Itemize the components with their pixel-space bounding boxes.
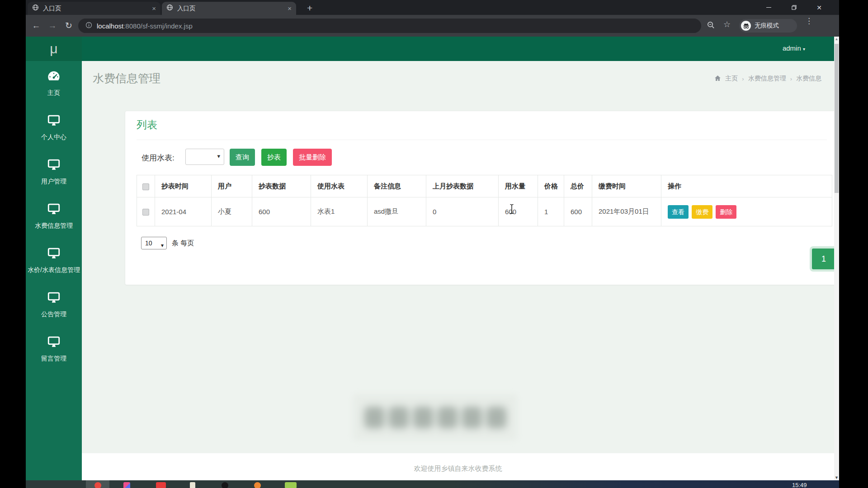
new-tab-button[interactable]: + bbox=[307, 3, 312, 14]
cell-price: 1 bbox=[538, 197, 564, 226]
footer-text: 欢迎使用乡镇自来水收费系统 bbox=[82, 453, 834, 473]
forward-button[interactable]: → bbox=[46, 19, 59, 32]
browser-tab-2-active[interactable]: 入口页 × bbox=[162, 2, 296, 15]
zoom-magnifier-icon[interactable] bbox=[707, 21, 715, 31]
cell-actions: 查看 缴费 删除 bbox=[661, 197, 832, 226]
taskbar-app-icon[interactable] bbox=[190, 482, 195, 488]
column-header: 抄表时间 bbox=[155, 175, 212, 197]
sidebar-item-label: 水费信息管理 bbox=[35, 222, 73, 229]
cell-read-time: 2021-04 bbox=[155, 197, 212, 226]
url-path: :8080/sf-ssmj/index.jsp bbox=[123, 22, 193, 30]
sidebar: μ 主页 个人中心 用户管理 水费信息管理 bbox=[26, 37, 82, 480]
sidebar-item-label: 水价/水表信息管理 bbox=[28, 266, 80, 273]
globe-favicon-icon bbox=[32, 4, 39, 13]
scrollbar-thumb[interactable] bbox=[835, 44, 839, 193]
row-checkbox[interactable] bbox=[142, 209, 149, 216]
water-fee-table: 抄表时间 用户 抄表数据 使用水表 备注信息 上月抄表数据 用水量 价格 总价 … bbox=[137, 175, 832, 226]
sidebar-item-water-price[interactable]: 水价/水表信息管理 bbox=[26, 238, 82, 282]
column-header: 操作 bbox=[661, 175, 832, 197]
app-logo: μ bbox=[26, 37, 82, 61]
page-size-suffix: 条 每页 bbox=[172, 239, 194, 248]
back-button[interactable]: ← bbox=[29, 19, 43, 32]
pay-button[interactable]: 缴费 bbox=[692, 205, 712, 219]
sidebar-item-home[interactable]: 主页 bbox=[26, 61, 82, 105]
page-info-icon[interactable] bbox=[85, 22, 92, 30]
taskbar-app-icon[interactable] bbox=[156, 482, 166, 488]
sidebar-item-label: 用户管理 bbox=[41, 178, 66, 185]
page-footer: 欢迎使用乡镇自来水收费系统 bbox=[82, 453, 834, 480]
vertical-scrollbar[interactable]: ▲ ▼ bbox=[834, 37, 839, 480]
breadcrumb-section[interactable]: 水费信息管理 bbox=[748, 75, 786, 83]
tab-title: 入口页 bbox=[43, 5, 148, 13]
taskbar-app-icon[interactable] bbox=[123, 482, 130, 488]
pagination-page-1[interactable]: 1 bbox=[812, 249, 835, 269]
taskbar-app-icon[interactable] bbox=[254, 482, 261, 488]
cell-user: 小夏 bbox=[212, 197, 252, 226]
os-taskbar: 15:49 bbox=[0, 480, 868, 488]
sidebar-item-users[interactable]: 用户管理 bbox=[26, 149, 82, 193]
sidebar-item-messages[interactable]: 留言管理 bbox=[26, 326, 82, 371]
scroll-down-icon[interactable]: ▼ bbox=[834, 475, 839, 480]
chevron-down-icon: ▾ bbox=[217, 153, 220, 160]
divider bbox=[137, 140, 827, 140]
sidebar-item-label: 公告管理 bbox=[41, 310, 66, 318]
taskbar-app-icon[interactable] bbox=[285, 482, 297, 488]
dashboard-icon bbox=[28, 70, 80, 85]
column-header: 上月抄表数据 bbox=[426, 175, 499, 197]
cell-pay-time: 2021年03月01日 bbox=[592, 197, 661, 226]
tab-close-icon[interactable]: × bbox=[152, 5, 156, 12]
taskbar-app-icon[interactable] bbox=[94, 482, 101, 488]
address-bar[interactable]: localhost:8080/sf-ssmj/index.jsp bbox=[78, 19, 701, 33]
page-title: 水费信息管理 bbox=[93, 71, 160, 86]
monitor-icon bbox=[28, 114, 80, 129]
view-button[interactable]: 查看 bbox=[668, 205, 689, 219]
cell-last-reading: 0 bbox=[426, 197, 499, 226]
monitor-icon bbox=[28, 335, 80, 351]
select-all-checkbox[interactable] bbox=[142, 183, 149, 190]
app-topbar: admin ▾ bbox=[26, 37, 834, 61]
sidebar-item-announcements[interactable]: 公告管理 bbox=[26, 282, 82, 326]
cell-meter: 水表1 bbox=[311, 197, 368, 226]
breadcrumb-separator: › bbox=[790, 75, 792, 82]
reload-button[interactable]: ↻ bbox=[62, 19, 75, 32]
incognito-label: 无痕模式 bbox=[755, 22, 779, 30]
screen-frame-right bbox=[839, 0, 868, 488]
window-close-button[interactable]: ✕ bbox=[809, 0, 830, 15]
batch-delete-button[interactable]: 批量删除 bbox=[293, 149, 332, 166]
breadcrumb-current: 水费信息 bbox=[796, 75, 821, 83]
list-panel: 列表 使用水表: ▾ 查询 抄表 批量删除 抄表时间 用户 抄表数据 bbox=[125, 111, 839, 285]
column-header: 用水量 bbox=[499, 175, 538, 197]
browser-menu-icon[interactable]: ⋮ bbox=[805, 19, 811, 23]
monitor-icon bbox=[28, 202, 80, 218]
sidebar-item-label: 留言管理 bbox=[41, 355, 66, 362]
delete-button[interactable]: 删除 bbox=[716, 205, 736, 219]
window-minimize-button[interactable] bbox=[758, 0, 779, 15]
browser-toolbar: ← → ↻ localhost:8080/sf-ssmj/index.jsp ☆… bbox=[26, 15, 839, 37]
meter-select[interactable]: ▾ bbox=[185, 149, 224, 165]
home-icon bbox=[714, 75, 721, 83]
cell-usage: 600 bbox=[499, 197, 538, 226]
window-restore-button[interactable] bbox=[783, 0, 804, 15]
tab-close-icon[interactable]: × bbox=[288, 5, 292, 12]
taskbar-app-icon[interactable] bbox=[222, 482, 228, 488]
scroll-up-icon[interactable]: ▲ bbox=[834, 37, 839, 41]
column-header: 缴费时间 bbox=[592, 175, 661, 197]
user-menu[interactable]: admin ▾ bbox=[783, 44, 805, 52]
column-header: 使用水表 bbox=[311, 175, 368, 197]
meter-read-button[interactable]: 抄表 bbox=[261, 149, 287, 166]
breadcrumb-home[interactable]: 主页 bbox=[725, 75, 738, 83]
url-text: localhost:8080/sf-ssmj/index.jsp bbox=[97, 22, 193, 30]
sidebar-item-water-fee[interactable]: 水费信息管理 bbox=[26, 193, 82, 238]
bookmark-star-icon[interactable]: ☆ bbox=[723, 19, 731, 29]
sidebar-item-profile[interactable]: 个人中心 bbox=[26, 105, 82, 149]
taskbar-clock: 15:49 bbox=[792, 482, 807, 488]
column-header: 备注信息 bbox=[368, 175, 426, 197]
query-button[interactable]: 查询 bbox=[230, 149, 255, 166]
breadcrumb-separator: › bbox=[742, 75, 744, 82]
column-header: 总价 bbox=[564, 175, 592, 197]
browser-tab-1[interactable]: 入口页 × bbox=[28, 2, 160, 15]
cell-remark: asd撒旦 bbox=[368, 197, 426, 226]
page-size-select[interactable]: 10 ▾ bbox=[141, 237, 167, 249]
main-content: 水费信息管理 主页 › 水费信息管理 › 水费信息 列表 使用水表: ▾ 查询 … bbox=[82, 61, 834, 480]
username: admin bbox=[783, 44, 801, 52]
